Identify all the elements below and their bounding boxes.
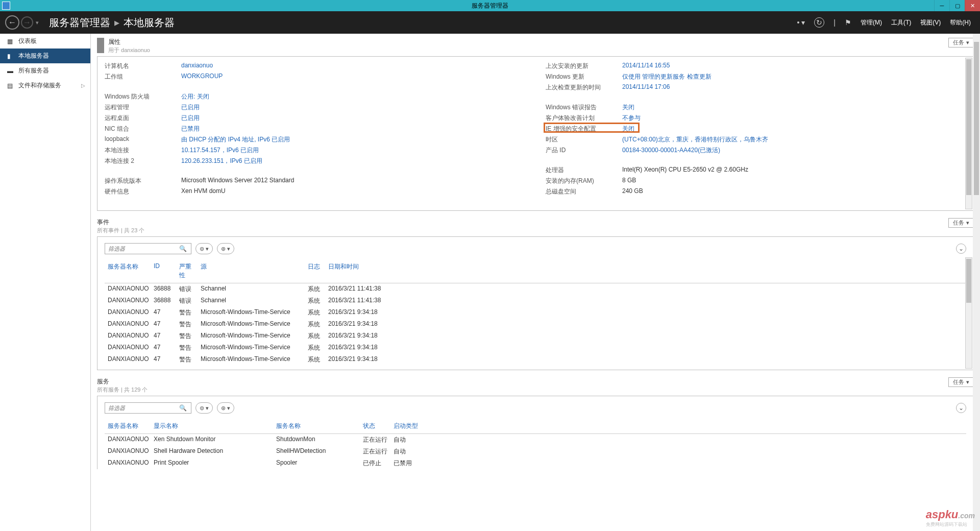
menu-tools[interactable]: 工具(T) xyxy=(891,18,911,27)
app-icon xyxy=(2,2,10,10)
close-button[interactable]: ✕ xyxy=(965,0,980,11)
property-row: NIC 组合已禁用 xyxy=(105,124,525,134)
sidebar-item-file-storage[interactable]: ▤ 文件和存储服务 ▷ xyxy=(0,78,90,93)
event-row[interactable]: DANXIAONUO47警告Microsoft-Windows-Time-Ser… xyxy=(105,354,966,366)
col-server[interactable]: 服务器名称 xyxy=(105,421,151,431)
services-filter-save[interactable]: ⊛ ▾ xyxy=(217,402,234,414)
back-button[interactable]: ← xyxy=(5,15,19,30)
sidebar: ▦ 仪表板 ▮ 本地服务器 ▬ 所有服务器 ▤ 文件和存储服务 ▷ xyxy=(0,34,91,531)
property-row: 本地连接10.117.54.157，IPv6 已启用 xyxy=(105,145,525,156)
services-title: 服务 xyxy=(97,377,148,386)
property-value[interactable]: danxiaonuo xyxy=(181,62,213,70)
col-source[interactable]: 源 xyxy=(198,261,305,281)
property-value[interactable]: 120.26.233.151，IPv6 已启用 xyxy=(181,157,262,165)
flag-icon[interactable]: ⚑ xyxy=(845,18,851,27)
property-label: 计算机名 xyxy=(105,62,181,70)
sidebar-item-local-server[interactable]: ▮ 本地服务器 xyxy=(0,49,90,63)
col-datetime[interactable]: 日期和时间 xyxy=(325,261,966,281)
property-value[interactable]: 10.117.54.157，IPv6 已启用 xyxy=(181,146,259,155)
event-row[interactable]: DANXIAONUO36888错误Schannel系统2016/3/21 11:… xyxy=(105,295,966,307)
events-tasks-button[interactable]: 任务 ▾ xyxy=(948,218,974,228)
property-row: 处理器Intel(R) Xeon(R) CPU E5-2650 v2 @ 2.6… xyxy=(546,165,966,176)
servers-icon: ▬ xyxy=(7,67,14,75)
col-server[interactable]: 服务器名称 xyxy=(105,261,151,281)
events-collapse-button[interactable]: ⌄ xyxy=(956,244,966,254)
col-status[interactable]: 状态 xyxy=(360,421,390,431)
events-filter-save[interactable]: ⊛ ▾ xyxy=(217,243,234,254)
services-filter-field[interactable] xyxy=(105,405,177,411)
service-row[interactable]: DANXIAONUOXen Shutdown MonitorShutdownMo… xyxy=(105,434,966,446)
main-scrollbar[interactable] xyxy=(973,34,980,531)
event-row[interactable]: DANXIAONUO47警告Microsoft-Windows-Time-Ser… xyxy=(105,342,966,354)
services-filter-options[interactable]: ⊜ ▾ xyxy=(195,402,213,414)
tasks-button[interactable]: 任务 ▾ xyxy=(948,38,974,47)
col-id[interactable]: ID xyxy=(151,261,176,281)
property-value[interactable]: 不参与 xyxy=(622,114,641,123)
event-row[interactable]: DANXIAONUO47警告Microsoft-Windows-Time-Ser… xyxy=(105,307,966,319)
chevron-down-icon: ▾ xyxy=(966,379,969,385)
breadcrumb-app[interactable]: 服务器管理器 xyxy=(49,16,110,30)
events-filter-field[interactable] xyxy=(105,246,177,252)
col-severity[interactable]: 严重性 xyxy=(176,261,198,281)
events-filter-input[interactable]: 🔍 xyxy=(105,243,191,254)
property-row: 客户体验改善计划不参与 xyxy=(546,113,966,124)
minimize-button[interactable]: ─ xyxy=(934,0,949,11)
search-icon[interactable]: 🔍 xyxy=(177,245,189,252)
property-value[interactable]: 仅使用 管理的更新服务 检查更新 xyxy=(622,73,712,81)
property-value[interactable]: 已启用 xyxy=(181,103,200,112)
chevron-down-icon: ▾ xyxy=(966,39,969,46)
refresh-icon[interactable]: ↻ xyxy=(814,17,824,28)
services-collapse-button[interactable]: ⌄ xyxy=(956,403,966,413)
property-value[interactable]: 已启用 xyxy=(181,114,200,123)
col-start[interactable]: 启动类型 xyxy=(390,421,966,431)
menu-manage[interactable]: 管理(M) xyxy=(861,18,882,27)
storage-icon: ▤ xyxy=(7,82,14,89)
services-panel: 🔍 ⊜ ▾ ⊛ ▾ ⌄ 服务器名称 显示名称 服务名称 状态 启动类型 DANX… xyxy=(97,396,974,469)
col-display[interactable]: 显示名称 xyxy=(151,421,273,431)
nav-dropdown-icon[interactable]: ▾ xyxy=(36,19,39,26)
breadcrumb-page[interactable]: 本地服务器 xyxy=(124,16,175,30)
sidebar-item-all-servers[interactable]: ▬ 所有服务器 xyxy=(0,63,90,78)
sidebar-item-dashboard[interactable]: ▦ 仪表板 xyxy=(0,34,90,49)
search-icon[interactable]: 🔍 xyxy=(177,404,189,412)
forward-button[interactable]: → xyxy=(21,16,33,29)
event-row[interactable]: DANXIAONUO47警告Microsoft-Windows-Time-Ser… xyxy=(105,330,966,342)
event-row[interactable]: DANXIAONUO47警告Microsoft-Windows-Time-Ser… xyxy=(105,319,966,330)
property-value[interactable]: 关闭 xyxy=(622,103,634,112)
services-filter-input[interactable]: 🔍 xyxy=(105,402,191,414)
property-value[interactable]: 2014/11/14 16:55 xyxy=(622,62,670,70)
property-value[interactable]: 由 DHCP 分配的 IPv4 地址, IPv6 已启用 xyxy=(181,135,290,144)
property-value[interactable]: 公用: 关闭 xyxy=(181,92,209,101)
sidebar-item-label: 文件和存储服务 xyxy=(18,81,61,90)
service-row[interactable]: DANXIAONUOShell Hardware DetectionShellH… xyxy=(105,446,966,457)
services-table-header: 服务器名称 显示名称 服务名称 状态 启动类型 xyxy=(105,419,966,434)
col-log[interactable]: 日志 xyxy=(305,261,325,281)
property-label: 处理器 xyxy=(546,166,622,175)
service-row[interactable]: DANXIAONUOPrint SpoolerSpooler已停止已禁用 xyxy=(105,457,966,469)
property-row: Windows 错误报告关闭 xyxy=(546,102,966,113)
property-label: 本地连接 xyxy=(105,146,181,155)
event-row[interactable]: DANXIAONUO36888错误Schannel系统2016/3/21 11:… xyxy=(105,283,966,295)
property-value[interactable]: 2014/11/14 17:06 xyxy=(622,83,670,92)
col-svcname[interactable]: 服务名称 xyxy=(273,421,360,431)
watermark: aspku.com 免费网站源码下载站 xyxy=(926,508,975,528)
menu-help[interactable]: 帮助(H) xyxy=(950,18,971,27)
events-panel: 🔍 ⊜ ▾ ⊛ ▾ ⌄ 服务器名称 ID 严重性 源 日志 日期和时间 DANX… xyxy=(97,236,974,370)
property-value[interactable]: 00184-30000-00001-AA420(已激活) xyxy=(622,146,720,155)
menu-view[interactable]: 视图(V) xyxy=(920,18,941,27)
events-scrollbar[interactable] xyxy=(965,257,972,369)
property-row: 工作组WORKGROUP xyxy=(105,71,525,82)
maximize-button[interactable]: ▢ xyxy=(949,0,965,11)
header-dropdown-icon[interactable]: • ▾ xyxy=(797,18,805,27)
properties-scrollbar[interactable] xyxy=(965,58,972,209)
property-value[interactable]: WORKGROUP xyxy=(181,73,223,81)
events-header: 事件 所有事件 | 共 23 个 任务 ▾ xyxy=(97,216,974,236)
property-label: 时区 xyxy=(546,135,622,144)
services-tasks-button[interactable]: 任务 ▾ xyxy=(948,377,974,387)
property-row: 时区(UTC+08:00)北京，重庆，香港特别行政区，乌鲁木齐 xyxy=(546,134,966,145)
property-value[interactable]: (UTC+08:00)北京，重庆，香港特别行政区，乌鲁木齐 xyxy=(622,135,768,144)
property-row: 本地连接 2120.26.233.151，IPv6 已启用 xyxy=(105,156,525,166)
property-value[interactable]: 已禁用 xyxy=(181,125,200,133)
property-value: Intel(R) Xeon(R) CPU E5-2650 v2 @ 2.60GH… xyxy=(622,166,748,175)
events-filter-options[interactable]: ⊜ ▾ xyxy=(195,243,213,254)
